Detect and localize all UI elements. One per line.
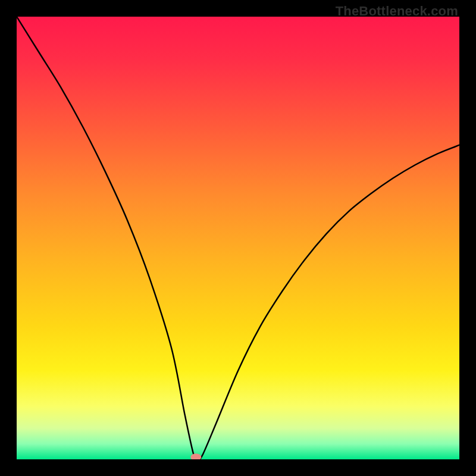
min-marker: [190, 453, 201, 459]
plot-area: [17, 17, 459, 459]
bottleneck-curve: [17, 17, 459, 459]
watermark-text: TheBottleneck.com: [336, 4, 458, 19]
chart-frame: TheBottleneck.com: [0, 0, 476, 476]
